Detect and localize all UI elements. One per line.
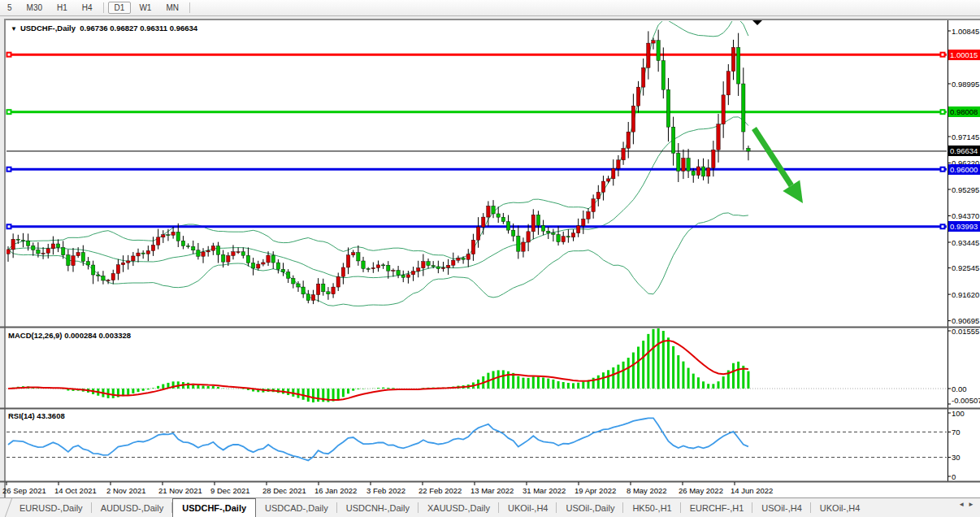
chart-shift-marker-icon[interactable] [752, 20, 762, 25]
chart-tab-bar: EURUSD-,DailyAUDUSD-,DailyUSDCHF-,DailyU… [0, 497, 980, 517]
timeframe-toolbar: 5M30H1H4D1W1MN [0, 0, 980, 16]
rsi-panel [7, 432, 947, 457]
chart-tab-hk50-h1[interactable]: HK50-,H1 [623, 498, 680, 517]
timeframe-button-m30[interactable]: M30 [20, 2, 49, 14]
chart-tab-ukoil-h4[interactable]: UKOil-,H4 [499, 498, 557, 517]
timeframe-button-5[interactable]: 5 [1, 2, 19, 14]
rsi-line [8, 418, 748, 460]
timeframe-button-h1[interactable]: H1 [50, 2, 74, 14]
timeframe-button-d1[interactable]: D1 [108, 2, 132, 14]
chart-tab-usdcnh-daily[interactable]: USDCNH-,Daily [337, 498, 418, 517]
chart-canvas[interactable] [0, 0, 980, 517]
chart-tab-usoil-h4[interactable]: USOil-,H4 [752, 498, 811, 517]
tab-scroll-arrows: ◄► [958, 501, 978, 508]
tab-scroll-left-icon[interactable]: ◄ [958, 501, 968, 508]
chart-tab-usdcad-daily[interactable]: USDCAD-,Daily [256, 498, 337, 517]
price-level-lines[interactable] [7, 52, 947, 230]
toolbar-separator [189, 2, 190, 13]
timeframe-button-mn[interactable]: MN [159, 2, 185, 14]
chart-tab-xauusd-daily[interactable]: XAUUSD-,Daily [418, 498, 499, 517]
chart-tab-eurusd-daily[interactable]: EURUSD-,Daily [11, 498, 92, 517]
timeframe-button-h4[interactable]: H4 [76, 2, 99, 14]
chart-tab-audusd-daily[interactable]: AUDUSD-,Daily [92, 498, 173, 517]
timeframe-button-w1[interactable]: W1 [132, 2, 158, 14]
candlesticks [7, 30, 750, 305]
chart-tab-ukoil-h4[interactable]: UKOil-,H4 [811, 498, 869, 517]
chart-tab-usdchf-daily[interactable]: USDCHF-,Daily [172, 498, 256, 517]
chart-tab-eurchf-h1[interactable]: EURCHF-,H1 [681, 498, 753, 517]
chart-tab-usoil-daily[interactable]: USOil-,Daily [557, 498, 623, 517]
toolbar-separator [103, 2, 104, 13]
trend-arrow-annotation[interactable] [754, 128, 803, 203]
tab-scroll-right-icon[interactable]: ► [968, 501, 978, 508]
